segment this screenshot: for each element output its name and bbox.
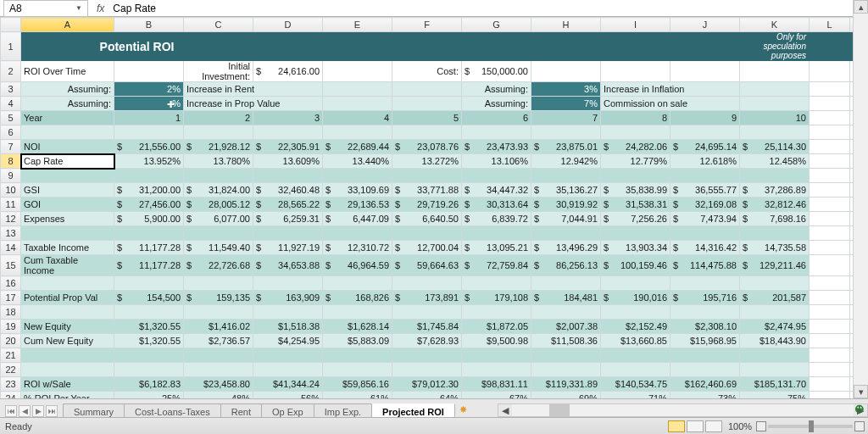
column-header-H[interactable]: H xyxy=(531,18,601,32)
row-header-16[interactable]: 16 xyxy=(1,276,21,291)
cell[interactable]: $7,628.93 xyxy=(392,334,462,348)
cell[interactable]: $32,812.46 xyxy=(740,198,810,212)
row-label-expenses[interactable]: Expenses xyxy=(21,212,114,226)
cell[interactable] xyxy=(670,226,740,241)
cell[interactable]: $114,475.88 xyxy=(670,255,740,276)
cell[interactable] xyxy=(850,61,854,82)
cell[interactable] xyxy=(850,169,854,183)
cell[interactable] xyxy=(740,348,810,363)
cell[interactable] xyxy=(114,125,184,140)
cell[interactable]: $2,007.38 xyxy=(531,320,601,334)
cell[interactable]: $23,875.01 xyxy=(531,140,601,154)
cell[interactable] xyxy=(850,392,854,399)
year-1[interactable]: 1 xyxy=(114,111,184,125)
cell[interactable] xyxy=(21,348,114,363)
cell[interactable]: $22,726.68 xyxy=(184,255,253,276)
cell[interactable]: $18,443.90 xyxy=(740,334,810,348)
cell[interactable] xyxy=(810,154,850,169)
cell[interactable]: $11,177.28 xyxy=(114,255,184,276)
cell[interactable] xyxy=(850,291,854,305)
cell[interactable]: $28,565.22 xyxy=(253,198,323,212)
row-label-caprate[interactable]: Cap Rate xyxy=(21,154,114,169)
cell[interactable]: $22,305.91 xyxy=(253,140,323,154)
row-header-8[interactable]: 8 xyxy=(1,154,21,169)
cell[interactable] xyxy=(21,276,114,291)
cell[interactable]: $7,256.26 xyxy=(601,212,670,226)
cell[interactable] xyxy=(462,125,531,140)
cell[interactable]: $23,078.76 xyxy=(392,140,462,154)
cell[interactable] xyxy=(810,305,850,320)
prop-increase-label[interactable]: Increase in Prop Value xyxy=(184,97,323,111)
cell[interactable]: $31,200.00 xyxy=(114,183,184,198)
cell[interactable] xyxy=(184,125,253,140)
cell[interactable] xyxy=(114,363,184,377)
cell[interactable] xyxy=(323,305,392,320)
cell[interactable] xyxy=(323,169,392,183)
row-header-5[interactable]: 5 xyxy=(1,111,21,125)
cell[interactable]: $184,481 xyxy=(531,291,601,305)
cell[interactable] xyxy=(21,305,114,320)
year-6[interactable]: 6 xyxy=(462,111,531,125)
cell[interactable] xyxy=(810,226,850,241)
cell[interactable] xyxy=(740,97,810,111)
cell[interactable]: $11,549.40 xyxy=(184,241,253,255)
cell[interactable] xyxy=(462,276,531,291)
cell[interactable]: $33,771.88 xyxy=(392,183,462,198)
cell[interactable]: $14,735.58 xyxy=(740,241,810,255)
cell[interactable]: 69% xyxy=(531,392,601,399)
cell[interactable] xyxy=(850,255,854,276)
cell[interactable]: $46,964.59 xyxy=(323,255,392,276)
cell[interactable]: $31,824.00 xyxy=(184,183,253,198)
cell[interactable]: $41,344.24 xyxy=(253,377,323,392)
year-10[interactable]: 10 xyxy=(740,111,810,125)
cell[interactable] xyxy=(531,348,601,363)
cell[interactable]: $23,473.93 xyxy=(462,140,531,154)
cell[interactable] xyxy=(810,255,850,276)
cell[interactable] xyxy=(670,363,740,377)
view-page-layout-button[interactable] xyxy=(687,420,704,432)
cell[interactable] xyxy=(740,125,810,140)
formula-input[interactable] xyxy=(109,1,853,16)
cell[interactable]: $24,695.14 xyxy=(670,140,740,154)
row-header-20[interactable]: 20 xyxy=(1,334,21,348)
vertical-scrollbar[interactable]: ▴ ▾ xyxy=(853,0,868,398)
row-label-taxinc[interactable]: Taxable Income xyxy=(21,241,114,255)
column-header-J[interactable]: J xyxy=(670,18,740,32)
cell[interactable]: $2,152.49 xyxy=(601,320,670,334)
cell[interactable]: $12,310.72 xyxy=(323,241,392,255)
initial-investment-label[interactable]: Initial Investment: xyxy=(184,61,253,82)
cell[interactable]: $1,320.55 xyxy=(114,334,184,348)
cost-label[interactable]: Cost: xyxy=(392,61,462,82)
cell[interactable] xyxy=(850,154,854,169)
column-header-M[interactable]: M xyxy=(850,18,854,32)
assuming-label[interactable]: Assuming: xyxy=(21,82,114,97)
cell[interactable]: $34,653.88 xyxy=(253,255,323,276)
cell[interactable] xyxy=(810,125,850,140)
inflation-label[interactable]: Increase in Inflation xyxy=(601,82,740,97)
cell[interactable]: $24,282.06 xyxy=(601,140,670,154)
cell[interactable]: $168,826 xyxy=(323,291,392,305)
column-header-K[interactable]: K xyxy=(740,18,810,32)
cell[interactable] xyxy=(184,276,253,291)
cell[interactable] xyxy=(810,183,850,198)
cell[interactable]: $35,838.99 xyxy=(601,183,670,198)
cell[interactable] xyxy=(850,111,854,125)
cell[interactable]: $13,496.29 xyxy=(531,241,601,255)
tab-last-icon[interactable]: ⏭ xyxy=(46,405,58,417)
cell[interactable] xyxy=(810,82,850,97)
cell[interactable]: $6,077.00 xyxy=(184,212,253,226)
cell[interactable]: $13,095.21 xyxy=(462,241,531,255)
row-header-6[interactable]: 6 xyxy=(1,125,21,140)
cell[interactable]: $6,259.31 xyxy=(253,212,323,226)
cell[interactable]: 61% xyxy=(323,392,392,399)
cell[interactable] xyxy=(850,97,854,111)
cell[interactable] xyxy=(601,348,670,363)
cell[interactable] xyxy=(670,169,740,183)
zoom-slider[interactable] xyxy=(768,425,853,428)
cell[interactable]: $79,012.30 xyxy=(392,377,462,392)
cell[interactable]: $7,473.94 xyxy=(670,212,740,226)
cell[interactable]: 13.440% xyxy=(323,154,392,169)
cell[interactable]: $98,831.11 xyxy=(462,377,531,392)
cell[interactable] xyxy=(810,111,850,125)
row-label-gsi[interactable]: GSI xyxy=(21,183,114,198)
